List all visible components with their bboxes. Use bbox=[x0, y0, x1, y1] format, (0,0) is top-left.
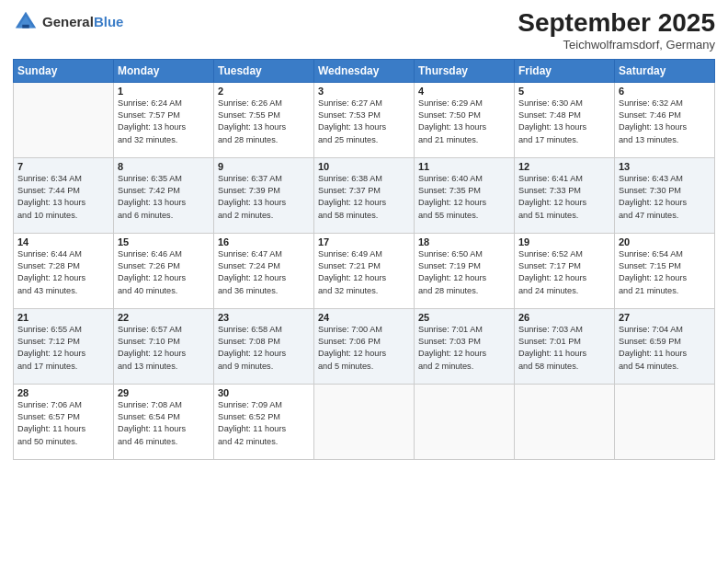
table-row: 7Sunrise: 6:34 AMSunset: 7:44 PMDaylight… bbox=[14, 157, 114, 233]
day-info: Sunrise: 6:44 AMSunset: 7:28 PMDaylight:… bbox=[17, 248, 109, 297]
day-info: Sunrise: 6:47 AMSunset: 7:24 PMDaylight:… bbox=[218, 248, 310, 297]
day-number: 13 bbox=[619, 161, 711, 172]
table-row: 24Sunrise: 7:00 AMSunset: 7:06 PMDayligh… bbox=[314, 308, 415, 384]
day-info: Sunrise: 6:40 AMSunset: 7:35 PMDaylight:… bbox=[418, 173, 510, 222]
day-info: Sunrise: 7:04 AMSunset: 6:59 PMDaylight:… bbox=[619, 324, 711, 373]
day-number: 3 bbox=[318, 86, 410, 97]
table-row: 11Sunrise: 6:40 AMSunset: 7:35 PMDayligh… bbox=[415, 157, 515, 233]
col-monday: Monday bbox=[114, 59, 214, 82]
table-row: 5Sunrise: 6:30 AMSunset: 7:48 PMDaylight… bbox=[515, 82, 615, 157]
day-number: 5 bbox=[518, 86, 610, 97]
calendar-week-row: 14Sunrise: 6:44 AMSunset: 7:28 PMDayligh… bbox=[14, 233, 715, 308]
page-container: GeneralBlue September 2025 Teichwolframs… bbox=[0, 0, 728, 563]
table-row: 29Sunrise: 7:08 AMSunset: 6:54 PMDayligh… bbox=[114, 384, 214, 459]
day-info: Sunrise: 6:41 AMSunset: 7:33 PMDaylight:… bbox=[518, 173, 610, 222]
day-info: Sunrise: 6:54 AMSunset: 7:15 PMDaylight:… bbox=[619, 248, 711, 297]
table-row: 4Sunrise: 6:29 AMSunset: 7:50 PMDaylight… bbox=[415, 82, 515, 157]
table-row: 1Sunrise: 6:24 AMSunset: 7:57 PMDaylight… bbox=[114, 82, 214, 157]
day-info: Sunrise: 6:58 AMSunset: 7:08 PMDaylight:… bbox=[218, 324, 310, 373]
day-info: Sunrise: 6:32 AMSunset: 7:46 PMDaylight:… bbox=[619, 98, 711, 146]
table-row: 27Sunrise: 7:04 AMSunset: 6:59 PMDayligh… bbox=[615, 308, 715, 384]
day-info: Sunrise: 6:49 AMSunset: 7:21 PMDaylight:… bbox=[318, 248, 410, 297]
day-info: Sunrise: 6:29 AMSunset: 7:50 PMDaylight:… bbox=[418, 98, 510, 146]
day-number: 21 bbox=[17, 312, 109, 323]
day-info: Sunrise: 7:06 AMSunset: 6:57 PMDaylight:… bbox=[17, 399, 109, 448]
svg-rect-2 bbox=[22, 25, 28, 29]
logo-general: General bbox=[42, 14, 94, 29]
day-number: 2 bbox=[218, 86, 310, 97]
table-row: 13Sunrise: 6:43 AMSunset: 7:30 PMDayligh… bbox=[615, 157, 715, 233]
logo-blue: Blue bbox=[94, 14, 124, 29]
day-number: 10 bbox=[318, 161, 410, 172]
day-info: Sunrise: 6:24 AMSunset: 7:57 PMDaylight:… bbox=[118, 98, 210, 146]
logo-text: GeneralBlue bbox=[42, 14, 123, 30]
day-info: Sunrise: 6:50 AMSunset: 7:19 PMDaylight:… bbox=[418, 248, 510, 297]
table-row: 21Sunrise: 6:55 AMSunset: 7:12 PMDayligh… bbox=[14, 308, 114, 384]
day-number: 15 bbox=[118, 236, 210, 247]
table-row: 3Sunrise: 6:27 AMSunset: 7:53 PMDaylight… bbox=[314, 82, 415, 157]
page-header: GeneralBlue September 2025 Teichwolframs… bbox=[13, 9, 715, 52]
day-info: Sunrise: 6:26 AMSunset: 7:55 PMDaylight:… bbox=[218, 98, 310, 146]
day-info: Sunrise: 6:55 AMSunset: 7:12 PMDaylight:… bbox=[17, 324, 109, 373]
col-wednesday: Wednesday bbox=[314, 59, 415, 82]
day-number: 24 bbox=[318, 312, 410, 323]
day-number: 17 bbox=[318, 236, 410, 247]
calendar-header-row: Sunday Monday Tuesday Wednesday Thursday… bbox=[14, 59, 715, 82]
day-info: Sunrise: 7:08 AMSunset: 6:54 PMDaylight:… bbox=[118, 399, 210, 448]
day-number: 26 bbox=[518, 312, 610, 323]
table-row: 19Sunrise: 6:52 AMSunset: 7:17 PMDayligh… bbox=[515, 233, 615, 308]
day-number: 12 bbox=[518, 161, 610, 172]
day-info: Sunrise: 6:43 AMSunset: 7:30 PMDaylight:… bbox=[619, 173, 711, 222]
day-info: Sunrise: 6:38 AMSunset: 7:37 PMDaylight:… bbox=[318, 173, 410, 222]
day-number: 1 bbox=[118, 86, 210, 97]
table-row: 28Sunrise: 7:06 AMSunset: 6:57 PMDayligh… bbox=[14, 384, 114, 459]
calendar-week-row: 21Sunrise: 6:55 AMSunset: 7:12 PMDayligh… bbox=[14, 308, 715, 384]
day-info: Sunrise: 6:30 AMSunset: 7:48 PMDaylight:… bbox=[518, 98, 610, 146]
day-info: Sunrise: 6:35 AMSunset: 7:42 PMDaylight:… bbox=[118, 173, 210, 222]
day-info: Sunrise: 6:37 AMSunset: 7:39 PMDaylight:… bbox=[218, 173, 310, 222]
table-row: 30Sunrise: 7:09 AMSunset: 6:52 PMDayligh… bbox=[214, 384, 314, 459]
day-number: 29 bbox=[118, 387, 210, 398]
table-row: 2Sunrise: 6:26 AMSunset: 7:55 PMDaylight… bbox=[214, 82, 314, 157]
logo-icon bbox=[13, 9, 39, 35]
table-row: 14Sunrise: 6:44 AMSunset: 7:28 PMDayligh… bbox=[14, 233, 114, 308]
calendar-table: Sunday Monday Tuesday Wednesday Thursday… bbox=[13, 59, 715, 460]
col-tuesday: Tuesday bbox=[214, 59, 314, 82]
table-row bbox=[515, 384, 615, 459]
day-number: 4 bbox=[418, 86, 510, 97]
day-number: 28 bbox=[17, 387, 109, 398]
table-row: 25Sunrise: 7:01 AMSunset: 7:03 PMDayligh… bbox=[415, 308, 515, 384]
col-friday: Friday bbox=[515, 59, 615, 82]
day-number: 8 bbox=[118, 161, 210, 172]
table-row: 23Sunrise: 6:58 AMSunset: 7:08 PMDayligh… bbox=[214, 308, 314, 384]
col-saturday: Saturday bbox=[615, 59, 715, 82]
table-row: 22Sunrise: 6:57 AMSunset: 7:10 PMDayligh… bbox=[114, 308, 214, 384]
table-row bbox=[314, 384, 415, 459]
day-info: Sunrise: 6:46 AMSunset: 7:26 PMDaylight:… bbox=[118, 248, 210, 297]
day-number: 7 bbox=[17, 161, 109, 172]
title-block: September 2025 Teichwolframsdorf, German… bbox=[518, 9, 715, 52]
day-number: 22 bbox=[118, 312, 210, 323]
day-number: 19 bbox=[518, 236, 610, 247]
table-row bbox=[615, 384, 715, 459]
day-number: 23 bbox=[218, 312, 310, 323]
calendar-week-row: 28Sunrise: 7:06 AMSunset: 6:57 PMDayligh… bbox=[14, 384, 715, 459]
day-info: Sunrise: 6:57 AMSunset: 7:10 PMDaylight:… bbox=[118, 324, 210, 373]
table-row: 15Sunrise: 6:46 AMSunset: 7:26 PMDayligh… bbox=[114, 233, 214, 308]
day-number: 11 bbox=[418, 161, 510, 172]
day-number: 14 bbox=[17, 236, 109, 247]
table-row: 26Sunrise: 7:03 AMSunset: 7:01 PMDayligh… bbox=[515, 308, 615, 384]
day-number: 30 bbox=[218, 387, 310, 398]
table-row: 9Sunrise: 6:37 AMSunset: 7:39 PMDaylight… bbox=[214, 157, 314, 233]
day-info: Sunrise: 6:27 AMSunset: 7:53 PMDaylight:… bbox=[318, 98, 410, 146]
calendar-week-row: 1Sunrise: 6:24 AMSunset: 7:57 PMDaylight… bbox=[14, 82, 715, 157]
calendar-week-row: 7Sunrise: 6:34 AMSunset: 7:44 PMDaylight… bbox=[14, 157, 715, 233]
day-info: Sunrise: 6:52 AMSunset: 7:17 PMDaylight:… bbox=[518, 248, 610, 297]
table-row: 16Sunrise: 6:47 AMSunset: 7:24 PMDayligh… bbox=[214, 233, 314, 308]
day-info: Sunrise: 6:34 AMSunset: 7:44 PMDaylight:… bbox=[17, 173, 109, 222]
day-number: 9 bbox=[218, 161, 310, 172]
day-number: 27 bbox=[619, 312, 711, 323]
day-number: 25 bbox=[418, 312, 510, 323]
calendar-location: Teichwolframsdorf, Germany bbox=[518, 38, 715, 52]
table-row: 10Sunrise: 6:38 AMSunset: 7:37 PMDayligh… bbox=[314, 157, 415, 233]
